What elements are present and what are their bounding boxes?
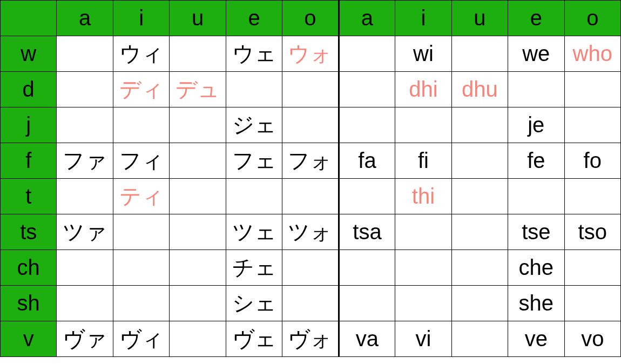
romaji-cell	[339, 179, 395, 214]
table-row: tティthi	[1, 179, 621, 214]
romaji-cell: who	[564, 36, 620, 72]
romaji-cell	[339, 107, 395, 143]
kana-cell	[57, 36, 113, 72]
kana-cell: ディ	[113, 72, 169, 107]
romaji-cell	[395, 250, 451, 286]
table-row: fファフィフェフォfafifefo	[1, 143, 621, 179]
romaji-cell: fa	[339, 143, 395, 179]
romaji-cell	[451, 214, 508, 250]
kana-cell	[57, 250, 113, 286]
kana-cell: ヴェ	[226, 321, 282, 357]
romaji-cell: tso	[564, 214, 620, 250]
romaji-cell: che	[508, 250, 564, 286]
kana-cell: ウェ	[226, 36, 282, 72]
romaji-cell	[339, 72, 395, 107]
col-header-kana-o: o	[282, 1, 339, 36]
kana-cell	[226, 179, 282, 214]
kana-cell	[170, 179, 226, 214]
kana-cell	[282, 179, 339, 214]
kana-cell	[282, 286, 339, 321]
romaji-cell	[451, 286, 508, 321]
col-header-kana-i: i	[113, 1, 169, 36]
row-header-f: f	[1, 143, 57, 179]
kana-cell	[113, 286, 169, 321]
romaji-cell	[451, 107, 508, 143]
romaji-cell: we	[508, 36, 564, 72]
kana-cell: ウォ	[282, 36, 339, 72]
kana-cell	[170, 250, 226, 286]
romaji-cell: vo	[564, 321, 620, 357]
romaji-cell	[339, 250, 395, 286]
romaji-cell	[339, 286, 395, 321]
romaji-cell: va	[339, 321, 395, 357]
romaji-cell: je	[508, 107, 564, 143]
kana-cell	[170, 214, 226, 250]
romaji-cell	[451, 36, 508, 72]
row-header-t: t	[1, 179, 57, 214]
kana-cell: デュ	[170, 72, 226, 107]
kana-cell	[170, 107, 226, 143]
row-header-w: w	[1, 36, 57, 72]
row-header-j: j	[1, 107, 57, 143]
kana-cell	[57, 72, 113, 107]
col-header-romaji-i: i	[395, 1, 451, 36]
kana-cell: ティ	[113, 179, 169, 214]
kana-cell	[170, 286, 226, 321]
kana-cell: フィ	[113, 143, 169, 179]
romaji-cell	[451, 321, 508, 357]
kana-cell	[170, 36, 226, 72]
romaji-cell: thi	[395, 179, 451, 214]
romaji-cell: fo	[564, 143, 620, 179]
romaji-cell	[564, 179, 620, 214]
kana-cell: ヴィ	[113, 321, 169, 357]
romaji-cell: dhu	[451, 72, 508, 107]
romaji-cell	[508, 72, 564, 107]
romaji-cell: she	[508, 286, 564, 321]
romaji-cell	[451, 179, 508, 214]
romaji-cell	[564, 107, 620, 143]
table-row: chチェche	[1, 250, 621, 286]
kana-cell	[57, 107, 113, 143]
romaji-cell	[451, 250, 508, 286]
row-header-sh: sh	[1, 286, 57, 321]
kana-cell	[113, 214, 169, 250]
col-header-romaji-e: e	[508, 1, 564, 36]
kana-cell	[113, 107, 169, 143]
table-row: shシェshe	[1, 286, 621, 321]
kana-cell: ファ	[57, 143, 113, 179]
table-row: dディデュdhidhu	[1, 72, 621, 107]
table-row: tsツァツェツォtsatsetso	[1, 214, 621, 250]
kana-cell	[57, 179, 113, 214]
kana-cell: ヴァ	[57, 321, 113, 357]
col-header-kana-e: e	[226, 1, 282, 36]
romaji-cell	[395, 107, 451, 143]
corner-cell	[1, 1, 57, 36]
romaji-cell: tse	[508, 214, 564, 250]
romaji-cell	[564, 286, 620, 321]
kana-cell: ツォ	[282, 214, 339, 250]
col-header-romaji-o: o	[564, 1, 620, 36]
romaji-cell	[395, 286, 451, 321]
table-row: vヴァヴィヴェヴォvavivevo	[1, 321, 621, 357]
romaji-cell	[564, 72, 620, 107]
romaji-cell	[564, 250, 620, 286]
col-header-kana-u: u	[170, 1, 226, 36]
romaji-cell: wi	[395, 36, 451, 72]
kana-cell	[282, 72, 339, 107]
kana-cell: ヴォ	[282, 321, 339, 357]
kana-cell	[282, 107, 339, 143]
romaji-cell: dhi	[395, 72, 451, 107]
kana-cell	[226, 72, 282, 107]
romaji-cell: vi	[395, 321, 451, 357]
romaji-cell	[508, 179, 564, 214]
kana-cell	[57, 286, 113, 321]
romaji-cell: fi	[395, 143, 451, 179]
row-header-ch: ch	[1, 250, 57, 286]
romaji-cell	[451, 143, 508, 179]
col-header-romaji-a: a	[339, 1, 395, 36]
kana-cell	[113, 250, 169, 286]
kana-extension-table: a i u e o a i u e o wウィウェウォwiwewhodディデュd…	[0, 0, 621, 357]
col-header-kana-a: a	[57, 1, 113, 36]
romaji-cell: fe	[508, 143, 564, 179]
row-header-ts: ts	[1, 214, 57, 250]
